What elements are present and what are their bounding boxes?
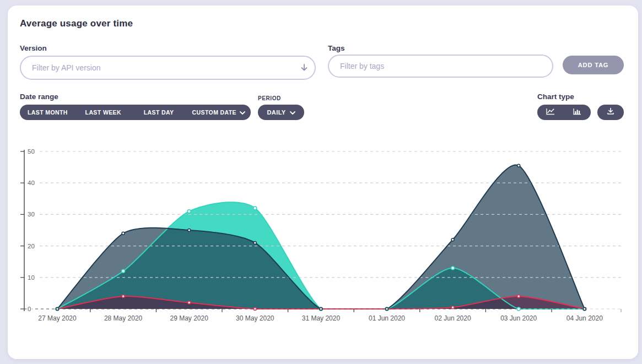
svg-text:27 May 2020: 27 May 2020 — [38, 314, 77, 322]
usage-chart[interactable]: 0102030405027 May 202028 May 202029 May … — [17, 139, 628, 332]
tags-filter-input[interactable] — [328, 55, 553, 78]
chart-type-label: Chart type — [537, 93, 574, 101]
page-title: Average usage over time — [20, 18, 133, 29]
last-month-button[interactable]: LAST MONTH — [20, 105, 75, 120]
bar-chart-icon — [573, 107, 581, 117]
svg-text:0: 0 — [28, 306, 31, 312]
download-icon — [607, 107, 614, 117]
svg-text:28 May 2020: 28 May 2020 — [104, 314, 143, 322]
svg-text:30: 30 — [28, 211, 35, 218]
date-range-label: Date range — [20, 93, 58, 101]
bar-chart-button[interactable] — [564, 105, 591, 120]
version-label: Version — [20, 44, 47, 52]
tags-label: Tags — [328, 44, 345, 52]
last-day-button[interactable]: LAST DAY — [131, 105, 187, 120]
line-chart-icon — [546, 107, 555, 117]
svg-text:50: 50 — [28, 148, 35, 155]
period-value: DAILY — [267, 109, 286, 116]
chart-type-group — [537, 105, 591, 120]
last-week-button[interactable]: LAST WEEK — [75, 105, 131, 120]
svg-text:10: 10 — [28, 274, 35, 281]
period-select[interactable]: DAILY — [258, 105, 304, 120]
chevron-down-icon — [290, 109, 295, 116]
arrow-down-icon[interactable] — [299, 63, 309, 73]
svg-text:30 May 2020: 30 May 2020 — [236, 314, 274, 322]
add-tag-button[interactable]: ADD TAG — [563, 56, 624, 74]
period-label: PERIOD — [258, 95, 281, 101]
chevron-down-icon — [240, 109, 245, 116]
svg-text:02 Jun 2020: 02 Jun 2020 — [435, 314, 471, 322]
svg-text:03 Jun 2020: 03 Jun 2020 — [500, 314, 537, 322]
svg-text:29 May 2020: 29 May 2020 — [170, 314, 209, 322]
date-range-group: LAST MONTH LAST WEEK LAST DAY CUSTOM DAT… — [20, 105, 251, 120]
svg-text:40: 40 — [28, 180, 35, 186]
svg-text:20: 20 — [28, 243, 35, 249]
line-chart-button[interactable] — [537, 105, 564, 120]
svg-text:31 May 2020: 31 May 2020 — [302, 314, 341, 322]
usage-card: Average usage over time Version Tags ADD… — [8, 6, 638, 359]
download-button[interactable] — [597, 105, 624, 120]
custom-date-button[interactable]: CUSTOM DATE — [187, 105, 251, 120]
svg-text:04 Jun 2020: 04 Jun 2020 — [567, 314, 603, 322]
svg-text:01 Jun 2020: 01 Jun 2020 — [369, 314, 405, 322]
version-filter-input[interactable] — [20, 56, 316, 80]
